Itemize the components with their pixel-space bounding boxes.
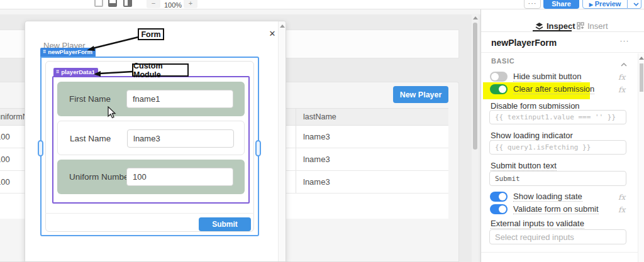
zoom-out-button[interactable]: − xyxy=(147,0,160,8)
hide-submit-row: Hide submit button xyxy=(490,72,581,82)
mouse-cursor-icon xyxy=(107,106,116,119)
field-label: First Name xyxy=(69,82,111,116)
scroll-up-icon[interactable] xyxy=(639,57,644,60)
section-basic: BASIC xyxy=(491,57,514,65)
custom-module-annotation-label: Custom Module xyxy=(132,63,189,77)
share-button[interactable]: Share xyxy=(543,0,579,9)
toggle-label: Show loading state xyxy=(513,192,582,202)
fx-button[interactable]: fx xyxy=(618,85,625,94)
fx-button[interactable]: fx xyxy=(618,73,625,82)
validate-row: Validate form on submit xyxy=(490,204,599,214)
section-divider xyxy=(481,252,644,253)
title-divider xyxy=(481,52,644,53)
inspector-panel: Inspect Insert newPlayerForm ··· BASIC H… xyxy=(480,9,644,262)
cell-last: lname3 xyxy=(296,126,448,148)
field-label: Uniform Number xyxy=(69,160,131,194)
toggle-knob xyxy=(491,73,499,80)
loading-state-toggle[interactable] xyxy=(490,192,508,202)
panel-scrollbar-thumb[interactable] xyxy=(640,63,643,92)
loading-state-row: Show loading state xyxy=(490,192,582,202)
preview-button[interactable]: ▶Preview xyxy=(582,0,628,9)
external-inputs-label: External inputs to validate xyxy=(491,219,584,228)
new-player-modal: ✕ New Player ⠿newPlayerForm ⠿playerData1… xyxy=(25,21,286,262)
panel-scrollbar[interactable] xyxy=(638,53,644,262)
clear-after-row: Clear after submission xyxy=(490,84,594,94)
chevron-down-icon xyxy=(633,3,639,6)
canvas-scrollbar[interactable] xyxy=(472,14,479,262)
uniform-number-input[interactable] xyxy=(126,168,233,186)
tablet-view-icon[interactable] xyxy=(108,0,117,7)
zoom-in-button[interactable]: + xyxy=(184,0,197,8)
form-component-tag[interactable]: ⠿newPlayerForm xyxy=(40,48,96,57)
toggle-label: Clear after submission xyxy=(513,84,594,94)
selected-component-name: newPlayerForm xyxy=(491,38,557,48)
resize-handle-left[interactable] xyxy=(38,140,43,156)
drag-handle-icon[interactable]: ⠿ xyxy=(56,70,59,74)
clear-after-toggle[interactable] xyxy=(490,84,508,94)
scroll-up-icon[interactable] xyxy=(280,25,285,28)
column-header-last-name[interactable]: lastName xyxy=(296,109,448,125)
cell-last: lname3 xyxy=(296,171,448,193)
insert-grid-icon xyxy=(577,22,584,30)
disable-form-input[interactable] xyxy=(489,110,626,124)
toggle-label: Validate form on submit xyxy=(513,204,599,214)
form-annotation-label: Form xyxy=(138,28,164,40)
submit-text-label: Submit button text xyxy=(491,161,557,170)
canvas-scrollbar-thumb[interactable] xyxy=(473,23,477,150)
fx-button[interactable]: fx xyxy=(618,193,625,202)
form-footer-divider xyxy=(45,213,254,214)
mobile-view-icon[interactable] xyxy=(123,0,132,7)
field-row-last-name: Last Name xyxy=(57,121,245,155)
toggle-knob xyxy=(499,193,506,200)
validate-toggle[interactable] xyxy=(490,204,508,214)
toggle-knob xyxy=(499,85,506,93)
module-component-tag[interactable]: ⠿playerData1 xyxy=(53,68,98,77)
last-name-input[interactable] xyxy=(127,129,234,148)
toggle-label: Hide submit button xyxy=(513,72,581,82)
loading-indicator-input[interactable] xyxy=(489,140,626,155)
loading-indicator-label: Show loading indicator xyxy=(491,131,573,140)
cell-last: lname3 xyxy=(296,148,448,170)
collapse-section-button[interactable] xyxy=(621,59,627,68)
field-row-first-name: First Name xyxy=(57,82,245,116)
close-icon[interactable]: ✕ xyxy=(267,29,277,39)
chevron-up-icon xyxy=(621,63,627,67)
zoom-level: 100% xyxy=(164,1,182,9)
top-toolbar: − 100% + ··· Share ▶Preview xyxy=(0,0,644,9)
toggle-knob xyxy=(499,205,506,213)
new-player-button[interactable]: New Player xyxy=(393,86,448,103)
canvas-top-strip xyxy=(0,9,480,14)
field-row-uniform-number: Uniform Number xyxy=(57,160,245,194)
submit-text-input[interactable] xyxy=(489,171,626,186)
tab-insert[interactable]: Insert xyxy=(577,21,608,31)
external-inputs-select[interactable] xyxy=(489,229,626,244)
hide-submit-toggle[interactable] xyxy=(490,72,508,82)
tab-inspect[interactable]: Inspect xyxy=(535,21,575,31)
component-menu-button[interactable]: ··· xyxy=(616,35,633,46)
tabs-divider xyxy=(481,31,644,32)
more-options-button[interactable]: ··· xyxy=(524,0,541,9)
preview-dropdown-button[interactable] xyxy=(628,0,641,9)
resize-handle-right[interactable] xyxy=(255,140,261,156)
scroll-up-icon[interactable] xyxy=(473,16,478,19)
play-icon: ▶ xyxy=(589,2,593,8)
fx-button[interactable]: fx xyxy=(618,205,625,214)
desktop-view-icon[interactable] xyxy=(94,0,103,7)
submit-button[interactable]: Submit xyxy=(199,217,251,231)
drag-handle-icon[interactable]: ⠿ xyxy=(43,50,46,54)
field-label: Last Name xyxy=(70,121,111,156)
disable-form-label: Disable form submission xyxy=(491,101,580,111)
first-name-input[interactable] xyxy=(126,90,233,108)
modal-scrollbar[interactable] xyxy=(278,21,286,261)
layers-icon xyxy=(535,22,543,30)
